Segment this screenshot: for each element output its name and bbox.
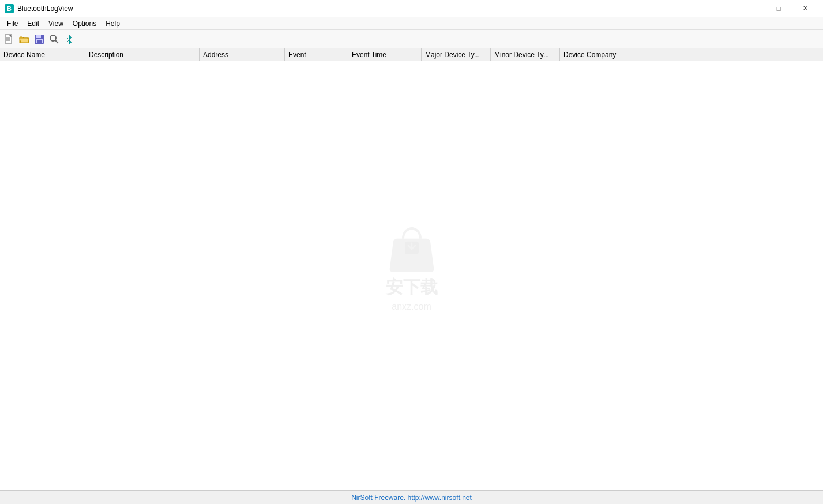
col-header-device-company[interactable]: Device Company	[560, 48, 629, 61]
col-header-address[interactable]: Address	[200, 48, 285, 61]
app-icon: B	[5, 4, 14, 13]
menu-help[interactable]: Help	[101, 17, 125, 29]
col-header-minor-device-type[interactable]: Minor Device Ty...	[491, 48, 560, 61]
col-header-event[interactable]: Event	[285, 48, 348, 61]
col-header-description[interactable]: Description	[85, 48, 200, 61]
watermark-text-cn: 安下载	[386, 276, 438, 299]
toolbar-save-button[interactable]	[32, 32, 46, 46]
find-icon	[49, 34, 59, 44]
svg-rect-7	[36, 35, 41, 38]
svg-line-11	[55, 40, 58, 43]
minimize-button[interactable]: −	[739, 0, 765, 17]
svg-point-10	[50, 35, 56, 41]
col-header-device-name[interactable]: Device Name	[0, 48, 85, 61]
col-header-extra	[629, 48, 823, 61]
open-folder-icon	[19, 34, 29, 44]
app-title: BluetoothLogView	[17, 5, 73, 13]
menu-file[interactable]: File	[2, 17, 22, 29]
menu-view[interactable]: View	[44, 17, 68, 29]
maximize-button[interactable]: □	[765, 0, 792, 17]
watermark: 安下载 anxz.com	[386, 221, 438, 312]
status-link[interactable]: http://www.nirsoft.net	[407, 494, 471, 502]
table-header: Device Name Description Address Event Ev…	[0, 48, 823, 61]
toolbar-open-button[interactable]	[17, 32, 31, 46]
new-document-icon	[4, 34, 14, 44]
status-bar: NirSoft Freeware. http://www.nirsoft.net	[0, 490, 823, 504]
toolbar	[0, 30, 823, 48]
menu-options[interactable]: Options	[68, 17, 101, 29]
window-controls: − □ ✕	[739, 0, 818, 17]
toolbar-find-button[interactable]	[47, 32, 61, 46]
watermark-bag-icon	[389, 221, 435, 273]
table-body: 安下载 anxz.com	[0, 61, 823, 490]
title-bar-left: B BluetoothLogView	[5, 4, 73, 13]
main-content: Device Name Description Address Event Ev…	[0, 48, 823, 490]
svg-rect-12	[405, 242, 419, 254]
save-icon	[34, 34, 44, 44]
status-text: NirSoft Freeware. http://www.nirsoft.net	[351, 494, 472, 502]
title-bar: B BluetoothLogView − □ ✕	[0, 0, 823, 17]
bluetooth-toolbar-icon	[64, 34, 74, 44]
watermark-text-url: anxz.com	[392, 302, 431, 312]
menu-edit[interactable]: Edit	[22, 17, 44, 29]
svg-text:B: B	[7, 5, 12, 12]
col-header-event-time[interactable]: Event Time	[348, 48, 422, 61]
menu-bar: File Edit View Options Help	[0, 17, 823, 30]
toolbar-new-button[interactable]	[2, 32, 16, 46]
status-prefix: NirSoft Freeware.	[351, 494, 407, 502]
col-header-major-device-type[interactable]: Major Device Ty...	[422, 48, 491, 61]
toolbar-bluetooth-button[interactable]	[62, 32, 76, 46]
svg-rect-9	[37, 40, 42, 43]
close-button[interactable]: ✕	[792, 0, 818, 17]
